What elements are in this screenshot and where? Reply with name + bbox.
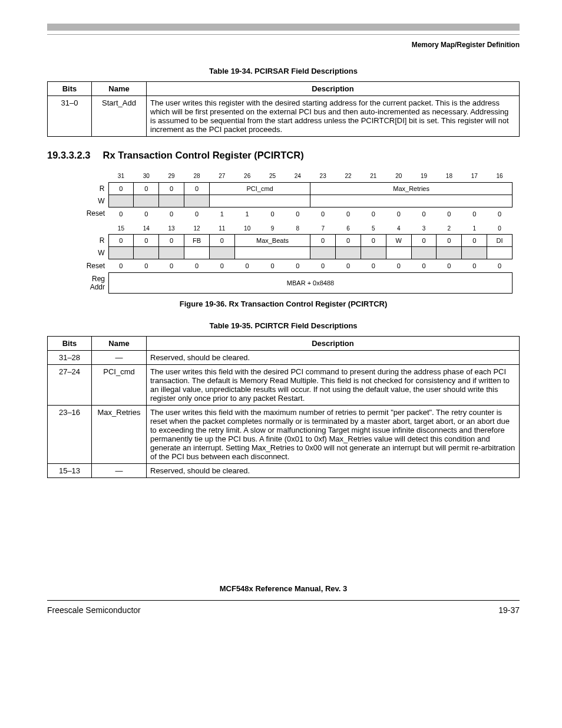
reg-field (134, 247, 159, 259)
reset-value: 0 (209, 259, 234, 273)
bit-number: 17 (462, 170, 487, 182)
reg-field (386, 247, 411, 259)
bit-number: 20 (386, 170, 411, 182)
bit-number: 9 (260, 223, 285, 235)
bit-number: 15 (108, 223, 134, 235)
bit-number: 0 (487, 223, 513, 235)
reg-field: 0 (361, 235, 386, 247)
bit-number: 2 (437, 223, 462, 235)
reg-field (134, 195, 159, 207)
reset-value: 0 (437, 207, 462, 220)
reg-field: 0 (159, 235, 184, 247)
cell-name: Start_Add (92, 96, 147, 137)
reg-field (159, 247, 184, 259)
bit-number: 7 (310, 223, 336, 235)
cell-desc: The user writes this field with the maxi… (147, 406, 520, 464)
bit-number: 23 (310, 170, 336, 182)
reg-field: Max_Beats (234, 235, 310, 247)
reset-value: 0 (310, 259, 336, 273)
reg-addr-value: MBAR + 0x8488 (109, 273, 513, 294)
cell-bits: 27–24 (48, 365, 92, 406)
bit-number: 8 (285, 223, 310, 235)
reg-field (487, 247, 513, 259)
reset-value: 0 (487, 259, 513, 273)
reg-field (184, 195, 210, 207)
reg-field (336, 247, 361, 259)
reset-value: 0 (108, 207, 134, 220)
reg-field (159, 195, 184, 207)
th-name: Name (92, 337, 147, 351)
reg-field: 0 (209, 235, 234, 247)
cell-bits: 23–16 (48, 406, 92, 464)
reset-value: 0 (184, 207, 210, 220)
reset-value: 0 (487, 207, 513, 220)
reset-value: 0 (184, 259, 210, 273)
register-diagram: 31302928272625242322212019181716R0000PCI… (77, 170, 520, 294)
bit-number: 27 (209, 170, 234, 182)
table35: Bits Name Description 31–28—Reserved, sh… (47, 336, 520, 478)
row-label-reset: Reset (77, 259, 108, 273)
reg-field: DI (487, 235, 513, 247)
reg-field: Max_Retries (310, 182, 513, 195)
bit-number: 4 (386, 223, 411, 235)
reset-value: 0 (285, 207, 310, 220)
bit-number: 31 (108, 170, 134, 182)
bit-number: 16 (487, 170, 513, 182)
footer-title: MCF548x Reference Manual, Rev. 3 (47, 584, 520, 593)
reg-field: W (386, 235, 411, 247)
footer: MCF548x Reference Manual, Rev. 3 Freesca… (47, 584, 520, 615)
figure-caption: Figure 19-36. Rx Transaction Control Reg… (47, 299, 520, 308)
table35-caption: Table 19-35. PCIRTCR Field Descriptions (47, 321, 520, 330)
reset-value: 0 (134, 207, 159, 220)
cell-desc: Reserved, should be cleared. (147, 464, 520, 478)
reg-field: 0 (108, 182, 134, 195)
reg-field: 0 (184, 182, 210, 195)
row-label-regaddr: RegAddr (77, 273, 109, 294)
bit-number: 13 (159, 223, 184, 235)
cell-name: — (92, 351, 147, 365)
bit-number: 14 (134, 223, 159, 235)
reset-value: 1 (234, 207, 260, 220)
reg-field: 0 (108, 235, 134, 247)
reg-field: FB (184, 235, 210, 247)
table-row: 27–24PCI_cmdThe user writes this field w… (48, 365, 520, 406)
reg-field (108, 195, 134, 207)
cell-name: PCI_cmd (92, 365, 147, 406)
bit-number: 24 (285, 170, 310, 182)
table-row: 31–28—Reserved, should be cleared. (48, 351, 520, 365)
table-row: 31–0Start_AddThe user writes this regist… (48, 96, 520, 137)
th-desc: Description (147, 82, 520, 96)
cell-bits: 31–0 (48, 96, 92, 137)
reg-field (108, 247, 134, 259)
row-label-w: W (77, 195, 108, 207)
reg-field (209, 195, 310, 207)
footer-right: 19-37 (498, 605, 520, 615)
cell-desc: Reserved, should be cleared. (147, 351, 520, 365)
bit-number: 29 (159, 170, 184, 182)
th-desc: Description (147, 337, 520, 351)
table-row: 15–13—Reserved, should be cleared. (48, 464, 520, 478)
th-bits: Bits (48, 82, 92, 96)
bit-number: 19 (411, 170, 437, 182)
reg-field: 0 (310, 235, 336, 247)
reg-field: 0 (437, 235, 462, 247)
heading-rx-tcr: 19.3.3.2.3 Rx Transaction Control Regist… (47, 150, 520, 161)
reset-value: 0 (260, 207, 285, 220)
cell-name: — (92, 464, 147, 478)
reset-value: 0 (134, 259, 159, 273)
bit-number: 22 (336, 170, 361, 182)
bit-number: 11 (209, 223, 234, 235)
row-label-w: W (77, 247, 108, 259)
reg-field: PCI_cmd (209, 182, 310, 195)
reset-value: 0 (336, 207, 361, 220)
row-label-r: R (77, 235, 108, 247)
header-band (47, 24, 520, 31)
table34: Bits Name Description 31–0Start_AddThe u… (47, 81, 520, 137)
section-label: Memory Map/Register Definition (47, 41, 520, 49)
bit-number: 10 (234, 223, 260, 235)
reset-value: 0 (386, 259, 411, 273)
reg-field: 0 (134, 235, 159, 247)
reg-field (184, 247, 210, 259)
bit-number: 25 (260, 170, 285, 182)
reset-value: 0 (310, 207, 336, 220)
